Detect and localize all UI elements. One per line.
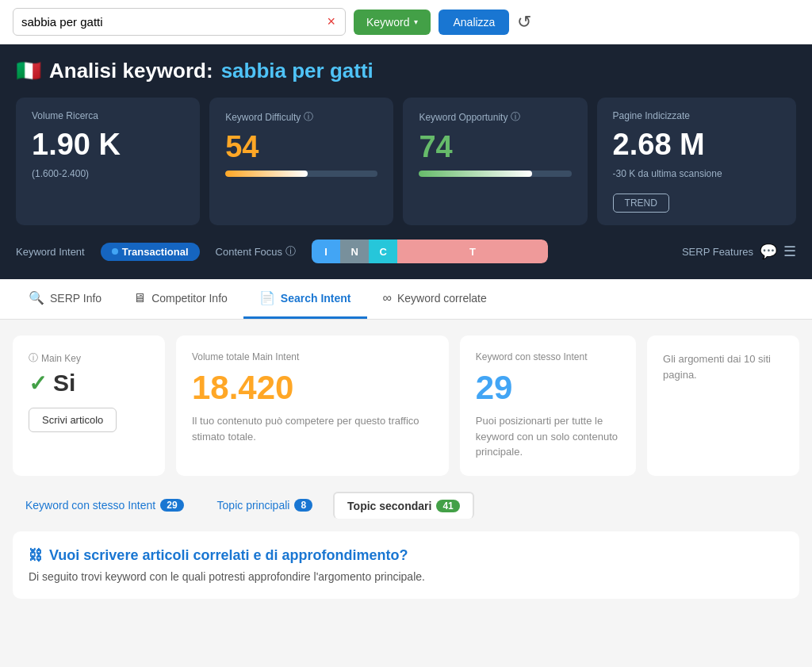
check-icon: ✓ <box>29 370 47 397</box>
kw-intent-desc: Puoi posizionarti per tutte le keyword c… <box>476 413 620 460</box>
trend-button[interactable]: TREND <box>613 194 669 213</box>
btab-badge-0: 29 <box>160 499 183 512</box>
keyword-stesso-intent-card: Keyword con stesso Intent 29 Puoi posizi… <box>460 335 636 476</box>
tab-serp-info[interactable]: 🔍 SERP Info <box>13 279 117 319</box>
difficulty-value: 54 <box>225 130 377 164</box>
cards-row: ⓘ Main Key ✓ Si Scrivi articolo Volume t… <box>13 335 799 476</box>
search-input[interactable] <box>21 15 325 29</box>
btab-badge-2: 41 <box>436 500 459 512</box>
flag-icon: 🇮🇹 <box>16 59 41 83</box>
intent-dot-icon <box>112 248 118 255</box>
chat-icon[interactable]: 💬 <box>760 243 777 260</box>
volume-label: Volume Ricerca <box>32 110 184 121</box>
intent-row: Keyword Intent Transactional Content Foc… <box>16 240 796 263</box>
metrics-row: Volume Ricerca 1.90 K (1.600-2.400) Keyw… <box>16 98 796 225</box>
tab-keyword-correlate[interactable]: ∞ Keyword correlate <box>367 279 503 319</box>
metric-keyword-opportunity: Keyword Opportunity ⓘ 74 <box>403 98 587 225</box>
pagine-label: Pagine Indicizzate <box>613 110 780 121</box>
seg-i: I <box>312 240 340 263</box>
opportunity-label: Keyword Opportunity ⓘ <box>419 110 571 124</box>
keyword-intent-label: Keyword Intent <box>16 246 85 258</box>
metric-volume-ricerca: Volume Ricerca 1.90 K (1.600-2.400) <box>16 98 200 225</box>
main-key-value: ✓ Si <box>29 370 149 397</box>
last-info-card: Gli argomenti dai 10 siti pagina. <box>647 335 799 476</box>
correlate-icon: ⛓ <box>29 547 43 564</box>
content-focus-label: Content Focus ⓘ <box>216 244 297 259</box>
bottom-title: ⛓ Vuoi scrivere articoli correlati e di … <box>29 547 783 564</box>
bottom-content: ⛓ Vuoi scrivere articoli correlati e di … <box>13 531 799 599</box>
info-icon: ⓘ <box>304 110 313 124</box>
clear-button[interactable]: × <box>325 13 337 30</box>
btab-topic-principali[interactable]: Topic principali 8 <box>205 493 326 518</box>
search-input-wrap: × <box>13 8 346 36</box>
last-card-text: Gli argomenti dai 10 siti pagina. <box>663 351 783 382</box>
btab-keyword-stesso-intent[interactable]: Keyword con stesso Intent 29 <box>13 493 197 518</box>
competitor-info-icon: 🖥 <box>133 291 146 305</box>
difficulty-progress-fill <box>225 171 308 177</box>
search-bar: × Keyword ▾ Analizza ↺ <box>0 0 812 44</box>
tab-competitor-info[interactable]: 🖥 Competitor Info <box>117 279 243 319</box>
keyword-correlate-icon: ∞ <box>383 291 392 305</box>
page-title: 🇮🇹 Analisi keyword: sabbia per gatti <box>16 59 796 83</box>
main-content: ⓘ Main Key ✓ Si Scrivi articolo Volume t… <box>0 320 812 615</box>
main-key-label: ⓘ Main Key <box>29 351 149 365</box>
volume-totale-desc: Il tuo contenuto può competere per quest… <box>192 413 433 444</box>
serp-info-icon: 🔍 <box>29 290 44 305</box>
volume-totale-card: Volume totale Main Intent 18.420 Il tuo … <box>176 335 449 476</box>
main-key-card: ⓘ Main Key ✓ Si Scrivi articolo <box>13 335 165 476</box>
kw-intent-label: Keyword con stesso Intent <box>476 351 620 362</box>
metric-keyword-difficulty: Keyword Difficulty ⓘ 54 <box>209 98 393 225</box>
seg-n: N <box>340 240 369 263</box>
title-keyword: sabbia per gatti <box>221 59 373 83</box>
list-icon[interactable]: ☰ <box>783 243 796 260</box>
opportunity-progress-fill <box>419 171 531 177</box>
header-section: 🇮🇹 Analisi keyword: sabbia per gatti Vol… <box>0 44 812 279</box>
btab-topic-secondari[interactable]: Topic secondari 41 <box>333 492 474 519</box>
opportunity-progress-bar <box>419 171 571 177</box>
chevron-down-icon: ▾ <box>414 17 418 26</box>
volume-sub: (1.600-2.400) <box>32 168 184 179</box>
intent-badge: Transactional <box>101 243 200 261</box>
opportunity-value: 74 <box>419 130 571 164</box>
info-icon-opp: ⓘ <box>511 110 520 124</box>
scrivi-articolo-button[interactable]: Scrivi articolo <box>29 408 117 432</box>
bottom-tabs: Keyword con stesso Intent 29 Topic princ… <box>13 492 799 519</box>
kw-intent-value: 29 <box>476 369 620 407</box>
pagine-sub: -30 K da ultima scansione <box>613 168 780 179</box>
intent-bar: I N C T <box>312 240 548 263</box>
difficulty-label: Keyword Difficulty ⓘ <box>225 110 377 124</box>
seg-t: T <box>397 240 548 263</box>
volume-totale-label: Volume totale Main Intent <box>192 351 433 362</box>
metric-pagine-indicizzate: Pagine Indicizzate 2.68 M -30 K da ultim… <box>597 98 796 225</box>
seg-c: C <box>369 240 397 263</box>
volume-value: 1.90 K <box>32 128 184 162</box>
volume-totale-value: 18.420 <box>192 369 433 407</box>
content-focus-info-icon: ⓘ <box>285 244 296 259</box>
pagine-value: 2.68 M <box>613 128 780 162</box>
tab-search-intent[interactable]: 📄 Search Intent <box>243 279 367 319</box>
btab-badge-1: 8 <box>294 499 312 512</box>
difficulty-progress-bar <box>225 171 377 177</box>
title-prefix: Analisi keyword: <box>49 59 213 83</box>
keyword-button[interactable]: Keyword ▾ <box>354 10 431 35</box>
history-button[interactable]: ↺ <box>517 12 531 33</box>
main-key-info-icon: ⓘ <box>29 351 38 365</box>
bottom-desc: Di seguito trovi keyword con le quali po… <box>29 570 783 583</box>
analizza-button[interactable]: Analizza <box>439 10 509 35</box>
search-intent-icon: 📄 <box>259 290 275 305</box>
serp-features-label: SERP Features 💬 ☰ <box>682 243 796 260</box>
tab-nav: 🔍 SERP Info 🖥 Competitor Info 📄 Search I… <box>0 279 812 320</box>
